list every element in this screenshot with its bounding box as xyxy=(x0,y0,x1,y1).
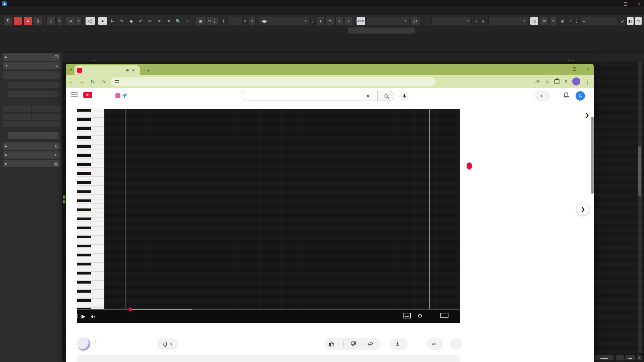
velocity-dropdown-icon[interactable]: ▼ xyxy=(249,17,256,25)
share-icon[interactable] xyxy=(535,79,540,84)
corner-arrow-icon[interactable]: ↙ xyxy=(619,17,626,25)
velocity-stepper[interactable]: ⇅ xyxy=(243,17,248,25)
captions-icon[interactable]: ▂▂ xyxy=(403,313,411,318)
feedback-icon[interactable]: ❫ xyxy=(34,17,42,25)
bookmark-star-icon[interactable]: ☆ xyxy=(545,78,549,84)
close-icon[interactable]: ✕ xyxy=(637,1,641,6)
draw-tool[interactable]: ✎ xyxy=(117,17,126,25)
tab-close-icon[interactable]: ✕ xyxy=(132,68,135,73)
profile-avatar[interactable]: ち xyxy=(576,91,585,101)
extensions-icon[interactable] xyxy=(554,79,559,84)
autoscroll-dropdown-icon[interactable]: ▼ xyxy=(76,17,82,25)
move-down-button[interactable] xyxy=(32,106,60,112)
settings-gear-icon[interactable]: ⚙ xyxy=(418,313,422,319)
video-player[interactable]: ▶ ▂▂ ⚙ ⛶ xyxy=(77,109,460,323)
channel-avatar[interactable] xyxy=(77,337,90,351)
left-zone-icon[interactable]: ◧ xyxy=(627,17,634,25)
more-actions-button[interactable] xyxy=(450,338,462,350)
layers-icon[interactable]: ≋ xyxy=(540,17,549,25)
snap-icon[interactable]: ✂✕ xyxy=(356,17,366,25)
grid-type-select[interactable]: ▼ xyxy=(367,17,409,25)
tab-audio-icon[interactable] xyxy=(125,68,130,72)
swing-icon[interactable]: ⌁ xyxy=(473,17,480,25)
setup-icon[interactable]: ⌂ xyxy=(46,17,56,25)
split-tool[interactable]: ✂ xyxy=(146,17,154,25)
grid-link-select[interactable]: ◀▶ ▼ xyxy=(259,17,309,25)
transpose-up-icon[interactable]: ▲ xyxy=(317,17,325,25)
line-tool[interactable]: ∕ xyxy=(183,17,192,25)
current-chord-display[interactable] xyxy=(348,27,415,34)
downloads-icon[interactable]: ⊻ xyxy=(564,79,568,84)
section-chord-edit[interactable]: ▼ ≡ xyxy=(3,62,60,69)
browser-close-icon[interactable]: ✕ xyxy=(586,66,590,71)
layers-dropdown-icon[interactable]: ▼ xyxy=(550,17,556,25)
editor-hscrollbar[interactable]: ▬▬ xyxy=(594,355,614,361)
move-up-button[interactable] xyxy=(3,106,31,112)
octave-up-icon[interactable]: ⇑ xyxy=(335,17,343,25)
glue-tool[interactable]: ✑ xyxy=(155,17,164,25)
quantize-preset-select[interactable]: ▼ xyxy=(431,17,472,25)
notifications-bell-icon[interactable] xyxy=(563,92,570,99)
tab-search-icon[interactable]: ∨ xyxy=(68,67,74,72)
site-settings-icon[interactable] xyxy=(115,80,119,83)
shorts-next-button[interactable]: ❯ xyxy=(577,203,589,215)
theater-mode-icon[interactable] xyxy=(440,313,448,318)
zoom-tool[interactable]: 🔍 xyxy=(174,17,182,25)
browser-tab[interactable]: ✕ xyxy=(74,65,140,75)
share-button[interactable] xyxy=(362,338,381,350)
octave-down-icon[interactable]: ⇓ xyxy=(345,17,353,25)
section-transpose[interactable]: ▶ ⊓ xyxy=(3,151,60,159)
chips-next-icon[interactable]: ❯ xyxy=(585,112,589,118)
drop24-button[interactable] xyxy=(3,121,60,127)
speaker-icon[interactable]: ◁) xyxy=(85,17,95,25)
event-colors-select[interactable]: ◒ xyxy=(580,17,618,25)
browser-minimize-icon[interactable]: ─ xyxy=(559,66,562,71)
forward-icon[interactable]: → xyxy=(76,78,87,84)
velocity-value[interactable] xyxy=(227,17,242,25)
pen-tool[interactable]: ✐ xyxy=(136,17,145,25)
drop2-button[interactable] xyxy=(3,114,31,120)
volume-icon[interactable] xyxy=(90,314,96,319)
browser-profile-avatar[interactable] xyxy=(572,77,580,85)
section-quantize[interactable]: ▶ Ｑ xyxy=(3,142,60,150)
curve-icon[interactable]: ↷ ⋮ xyxy=(207,17,218,25)
solo-button[interactable] xyxy=(13,17,22,25)
address-bar[interactable] xyxy=(111,77,435,86)
clip-button[interactable]: ✂ xyxy=(427,338,443,350)
browser-maximize-icon[interactable]: ▢ xyxy=(573,66,576,71)
zoom-slider[interactable]: ▬ xyxy=(625,355,635,361)
more-dots2-icon[interactable]: ⋮ xyxy=(575,17,578,25)
compress-icon[interactable]: ▣ xyxy=(196,17,205,25)
zoom-in-button[interactable]: + xyxy=(637,355,642,361)
grid-adjust-icon[interactable]: -|+ xyxy=(411,17,420,25)
browser-menu-icon[interactable]: ⋮ xyxy=(585,78,590,85)
search-input[interactable]: ✕ xyxy=(241,91,378,101)
record-icon[interactable]: ● xyxy=(23,17,32,25)
play-icon[interactable]: ▶ xyxy=(82,313,86,319)
match-chord-track-button[interactable] xyxy=(8,90,60,98)
youtube-logo[interactable] xyxy=(83,92,94,98)
transpose-down-icon[interactable]: ▼ xyxy=(326,17,334,25)
like-button[interactable] xyxy=(324,341,341,347)
refresh-icon[interactable]: ↻ xyxy=(87,78,98,85)
edit-e-icon[interactable]: e xyxy=(480,17,486,25)
subscribed-bell-button[interactable]: ∨ xyxy=(157,338,178,350)
range-tool[interactable]: I▪ xyxy=(108,17,117,25)
maximize-icon[interactable]: ▢ xyxy=(623,1,628,6)
new-tab-icon[interactable]: ＋ xyxy=(146,67,151,73)
create-chord-event-button[interactable] xyxy=(8,132,60,139)
section-length[interactable]: ▶ ▤ xyxy=(3,160,60,167)
dislike-button[interactable] xyxy=(346,341,361,347)
fullscreen-icon[interactable]: ⛶ xyxy=(77,313,78,318)
channel-name[interactable]: ✓ xyxy=(94,338,97,343)
part-border-icon[interactable]: ◫ xyxy=(530,17,539,25)
description-box[interactable] xyxy=(77,355,460,362)
offline-button[interactable] xyxy=(390,338,408,350)
back-icon[interactable]: ← xyxy=(66,78,76,84)
page-scrollbar[interactable] xyxy=(591,88,594,362)
zoom-out-button[interactable]: − xyxy=(616,355,624,361)
hamburger-menu-icon[interactable] xyxy=(71,93,78,97)
more-dots-icon[interactable]: ⋮ xyxy=(311,17,314,25)
search-clear-icon[interactable]: ✕ xyxy=(366,93,370,99)
insert-velocity-icon[interactable]: ⇣ xyxy=(220,17,227,25)
